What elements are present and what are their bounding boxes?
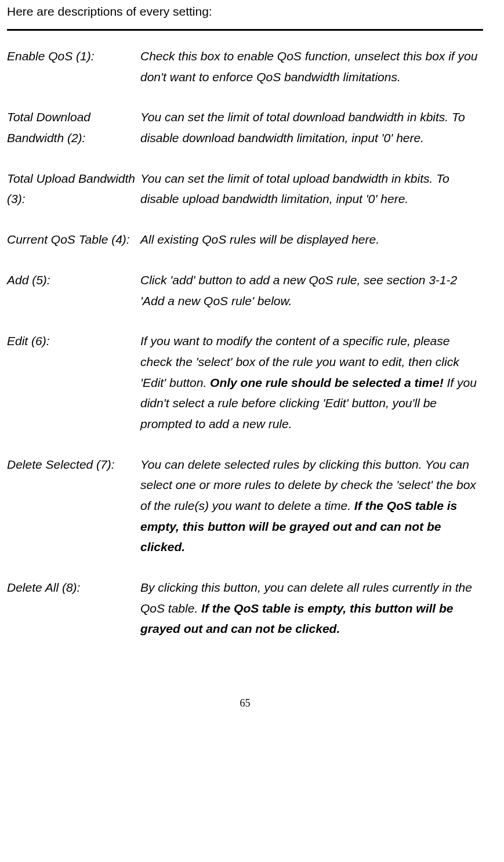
page-container: Here are descriptions of every setting: … <box>0 5 490 733</box>
setting-desc: Click 'add' button to add a new QoS rule… <box>140 270 483 311</box>
setting-label: Delete Selected (7): <box>7 454 140 557</box>
setting-desc: You can delete selected rules by clickin… <box>140 454 483 557</box>
setting-desc: If you want to modify the content of a s… <box>140 331 483 434</box>
setting-row: Delete All (8): By clicking this button,… <box>7 577 483 639</box>
setting-desc: Check this box to enable QoS function, u… <box>140 46 483 87</box>
setting-desc: You can set the limit of total upload ba… <box>140 168 483 209</box>
setting-row: Total Download Bandwidth (2): You can se… <box>7 107 483 148</box>
setting-label: Add (5): <box>7 270 140 311</box>
setting-row: Enable QoS (1): Check this box to enable… <box>7 46 483 87</box>
setting-label: Delete All (8): <box>7 577 140 639</box>
intro-text: Here are descriptions of every setting: <box>7 5 483 19</box>
setting-label: Current QoS Table (4): <box>7 229 140 250</box>
setting-row: Total Upload Bandwidth (3): You can set … <box>7 168 483 209</box>
setting-label: Edit (6): <box>7 331 140 434</box>
setting-label: Enable QoS (1): <box>7 46 140 87</box>
setting-row: Edit (6): If you want to modify the cont… <box>7 331 483 434</box>
setting-row: Delete Selected (7): You can delete sele… <box>7 454 483 557</box>
setting-row: Add (5): Click 'add' button to add a new… <box>7 270 483 311</box>
page-number: 65 <box>7 697 483 709</box>
setting-row: Current QoS Table (4): All existing QoS … <box>7 229 483 250</box>
setting-desc: By clicking this button, you can delete … <box>140 577 483 639</box>
setting-label: Total Download Bandwidth (2): <box>7 107 140 148</box>
setting-label: Total Upload Bandwidth (3): <box>7 168 140 209</box>
divider-line <box>7 29 483 31</box>
setting-desc: You can set the limit of total download … <box>140 107 483 148</box>
setting-desc: All existing QoS rules will be displayed… <box>140 229 483 250</box>
